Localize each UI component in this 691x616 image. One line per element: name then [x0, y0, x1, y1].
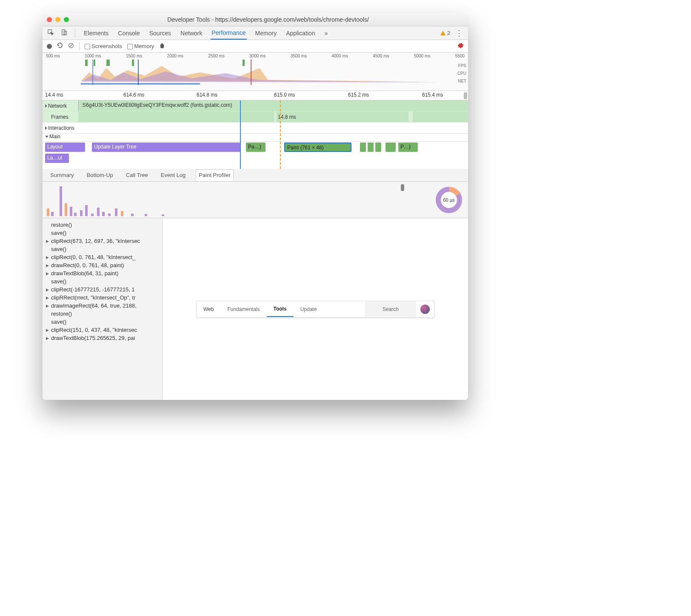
tab-application[interactable]: Application	[285, 27, 316, 39]
command-text: save()	[51, 230, 66, 236]
paint-command-item[interactable]: ▶clipRect(673, 12, 697, 36, "kIntersec	[43, 237, 162, 245]
maximize-window-button[interactable]	[64, 17, 69, 22]
overview-pane[interactable]: 500 ms 1000 ms 1500 ms 2000 ms 2500 ms 3…	[43, 53, 468, 91]
expand-icon[interactable]	[45, 104, 47, 108]
more-tabs-button[interactable]: »	[324, 27, 329, 39]
frame-block[interactable]: 14.8 ms	[276, 111, 408, 122]
preview-link-web[interactable]: Web	[197, 306, 220, 312]
tab-console[interactable]: Console	[117, 27, 140, 39]
command-text: clipRRect(rrect, "kIntersect_Op", tr	[51, 294, 136, 301]
paint-command-item[interactable]: ▶drawImageRect(64, 64, true, 2188,	[43, 302, 162, 310]
paint-command-item[interactable]: ▶clipRRect(rrect, "kIntersect_Op", tr	[43, 294, 162, 302]
tab-performance[interactable]: Performance	[211, 27, 246, 40]
expand-icon[interactable]: ▶	[46, 263, 50, 268]
command-text: clipRect(-16777215, -16777215, 1	[51, 286, 135, 293]
frames-track[interactable]: Frames 14.8 ms	[43, 111, 468, 123]
main-track[interactable]: Main	[43, 134, 468, 142]
minimize-window-button[interactable]	[55, 17, 60, 22]
tab-memory[interactable]: Memory	[254, 27, 278, 39]
clear-button[interactable]	[68, 43, 74, 50]
screenshots-checkbox[interactable]: Screenshots	[85, 43, 122, 49]
expand-icon[interactable]: ▶	[46, 288, 50, 292]
paint-event[interactable]	[360, 143, 366, 152]
network-request-item[interactable]: :S6g4U3t-Y5UEw0lE80llgEseQY3FEmqw.woff2 …	[78, 100, 468, 111]
paint-command-item[interactable]: restore()	[43, 221, 162, 229]
tab-summary[interactable]: Summary	[48, 170, 77, 180]
preview-toolbar: Web Fundamentals Tools Update Search	[196, 301, 434, 318]
paint-command-item[interactable]: ▶clipRect(-16777215, -16777215, 1	[43, 285, 162, 294]
paint-command-list[interactable]: restore()save()▶clipRect(673, 12, 697, 3…	[43, 218, 163, 400]
frame-block[interactable]	[78, 111, 274, 122]
preview-link-fundamentals[interactable]: Fundamentals	[220, 306, 266, 312]
record-button[interactable]	[47, 44, 52, 49]
command-text: drawRect(0, 0, 761, 48, paint)	[51, 262, 124, 268]
donut-chart: 60 µs	[430, 182, 468, 218]
preview-link-updates[interactable]: Update	[294, 306, 324, 312]
inspect-icon[interactable]	[48, 29, 54, 37]
paint-event[interactable]	[385, 143, 396, 152]
tab-elements[interactable]: Elements	[83, 27, 109, 39]
svg-rect-4	[81, 83, 200, 85]
tab-network[interactable]: Network	[180, 27, 203, 39]
layout-sub-event[interactable]: La…ut	[45, 154, 69, 163]
paint-command-item[interactable]: ▶clipRect(0, 0, 761, 48, "kIntersect_	[43, 253, 162, 261]
paint-event[interactable]	[375, 143, 381, 152]
paint-command-item[interactable]: save()	[43, 277, 162, 285]
tab-bottom-up[interactable]: Bottom-Up	[84, 170, 116, 180]
reload-button[interactable]	[57, 43, 63, 50]
range-handle[interactable]	[401, 184, 404, 191]
warning-icon	[440, 30, 446, 36]
expand-icon[interactable]: ▶	[46, 296, 50, 300]
expand-icon[interactable]	[45, 126, 47, 130]
paint-event[interactable]: P…)	[398, 143, 418, 152]
paint-command-item[interactable]: ▶clipRect(151, 0, 437, 48, "kIntersec	[43, 326, 162, 334]
close-window-button[interactable]	[47, 17, 52, 22]
expand-icon[interactable]: ▶	[46, 271, 50, 276]
paint-command-item[interactable]: save()	[43, 318, 162, 326]
expand-icon[interactable]: ▶	[46, 304, 50, 308]
tab-sources[interactable]: Sources	[148, 27, 172, 39]
avatar[interactable]	[420, 305, 430, 314]
frame-block[interactable]	[413, 111, 468, 122]
paint-command-item[interactable]: restore()	[43, 310, 162, 318]
expand-icon[interactable]: ▶	[46, 328, 50, 332]
preview-link-tools[interactable]: Tools	[267, 302, 294, 317]
paint-event-selected[interactable]: Paint (761 × 48)	[284, 143, 351, 152]
performance-toolbar: Screenshots Memory	[43, 40, 468, 53]
command-text: clipRect(151, 0, 437, 48, "kIntersec	[51, 327, 137, 333]
paint-command-item[interactable]: ▶drawTextBlob(175.265625, 29, pai	[43, 334, 162, 342]
garbage-collect-icon[interactable]	[159, 43, 165, 50]
layout-event[interactable]: Layout	[45, 143, 85, 152]
paint-command-item[interactable]: ▶drawRect(0, 0, 761, 48, paint)	[43, 261, 162, 269]
scroll-handle[interactable]	[464, 92, 467, 99]
command-text: drawTextBlob(175.265625, 29, pai	[51, 335, 135, 341]
tab-paint-profiler[interactable]: Paint Profiler	[196, 169, 233, 181]
expand-icon[interactable]: ▶	[46, 336, 50, 340]
tab-event-log[interactable]: Event Log	[158, 170, 188, 180]
svg-rect-5	[85, 60, 88, 66]
current-time-cursor	[240, 100, 241, 169]
preview-search[interactable]: Search	[365, 301, 416, 317]
warnings-badge[interactable]: 2	[440, 30, 450, 36]
memory-checkbox[interactable]: Memory	[127, 43, 154, 49]
update-layer-tree-event[interactable]: Update Layer Tree	[92, 143, 241, 152]
command-text: restore()	[51, 311, 72, 317]
flame-ruler[interactable]: 14.4 ms 614.6 ms 614.8 ms 615.0 ms 615.2…	[43, 91, 468, 100]
paint-event[interactable]	[368, 143, 374, 152]
device-mode-icon[interactable]	[61, 29, 67, 37]
paint-profiler-chart[interactable]: 60 µs	[43, 182, 468, 218]
network-track[interactable]: Network :S6g4U3t-Y5UEw0lE80llgEseQY3FEmq…	[43, 100, 468, 111]
tab-call-tree[interactable]: Call Tree	[123, 170, 151, 180]
paint-command-item[interactable]: ▶drawTextBlob(64, 31, paint)	[43, 269, 162, 277]
flame-chart[interactable]: Network :S6g4U3t-Y5UEw0lE80llgEseQY3FEmq…	[43, 100, 468, 169]
collapse-icon[interactable]	[45, 136, 49, 138]
paint-command-item[interactable]: save()	[43, 245, 162, 253]
svg-rect-1	[62, 30, 65, 35]
interactions-track[interactable]: Interactions	[43, 123, 468, 134]
more-options-icon[interactable]: ⋮	[455, 29, 463, 38]
paint-event[interactable]: Pa…)	[246, 143, 266, 152]
settings-icon[interactable]	[457, 42, 464, 50]
expand-icon[interactable]: ▶	[46, 255, 50, 260]
expand-icon[interactable]: ▶	[46, 239, 50, 243]
paint-command-item[interactable]: save()	[43, 229, 162, 237]
